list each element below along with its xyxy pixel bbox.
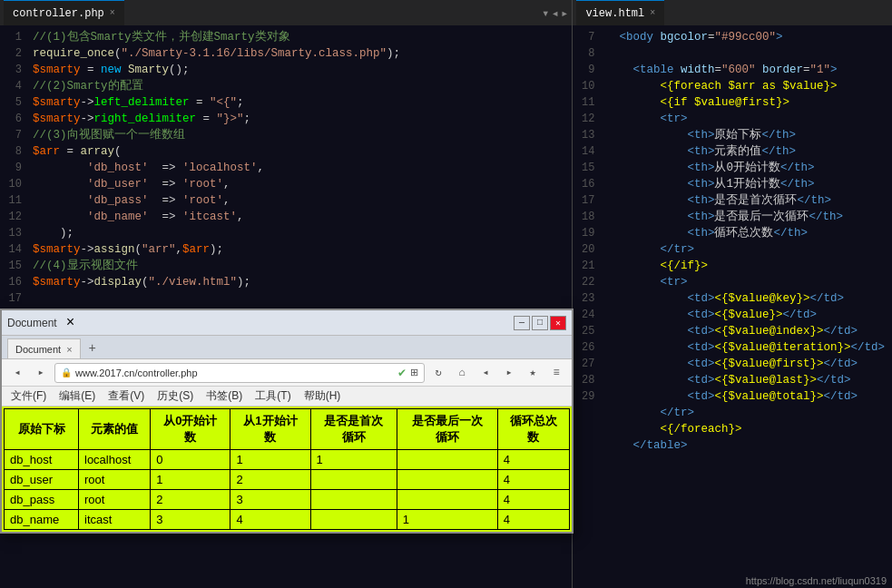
table-cell: 3 [230,490,310,510]
right-tab-close[interactable]: × [650,8,655,18]
browser-page-tab[interactable]: Document × [7,338,81,358]
menu-bookmarks[interactable]: 书签(B) [201,387,248,407]
browser-tab-bar: Document × + [2,336,572,359]
tab-scroll-arrows[interactable]: ▾ ◂ ▸ [542,5,568,21]
right-tab-view[interactable]: view.html × [576,0,664,25]
table-cell [310,490,397,510]
table-cell [310,470,397,490]
bookmark-back-button[interactable]: ◂ [475,363,495,383]
table-cell: 2 [151,490,230,510]
right-line-numbers: 7891011 1213141516 1718192021 2223242526… [573,25,598,588]
col-key: 原始下标 [5,409,79,450]
table-cell: 0 [151,450,230,470]
arrow-right-icon[interactable]: ▸ [561,5,568,21]
table-cell: db_pass [5,490,79,510]
refresh-button[interactable]: ↻ [428,363,448,383]
table-row: db_userroot124 [5,470,570,490]
col-index: 从0开始计数 [151,409,230,450]
table-cell: 4 [497,510,569,530]
col-last: 是否最后一次循环 [397,409,497,450]
table-cell: 4 [497,470,569,490]
maximize-button[interactable]: □ [532,316,548,330]
browser-window-controls: — □ ✕ [514,316,566,330]
close-button[interactable]: ✕ [550,316,566,330]
table-cell: 1 [310,450,397,470]
url-text: www.2017.cn/controller.php [75,368,394,378]
col-total: 循环总次数 [497,409,569,450]
table-cell: root [79,490,151,510]
table-cell [310,510,397,530]
menu-tools[interactable]: 工具(T) [250,387,296,407]
table-cell: db_user [5,470,79,490]
table-cell: db_host [5,450,79,470]
left-tab-label: controller.php [13,7,104,20]
arrow-down-icon[interactable]: ▾ [542,5,549,21]
left-tab-controller[interactable]: controller.php × [4,0,124,25]
table-cell [397,490,497,510]
browser-window: Document × — □ ✕ Document × + ◂ ▸ 🔒 www.… [0,309,573,534]
browser-tab-label: Document [15,344,61,355]
table-cell [397,470,497,490]
menu-history[interactable]: 历史(S) [152,387,199,407]
right-pane: view.html × 7891011 1213141516 171819202… [573,0,892,588]
table-row: db_passroot234 [5,490,570,510]
table-cell: 1 [230,450,310,470]
table-row: db_hostlocalhost0114 [5,450,570,470]
address-bar[interactable]: 🔒 www.2017.cn/controller.php ✔ ⊞ [54,363,425,383]
right-code-content: <body bgcolor="#99cc00"> <table width="6… [598,25,892,588]
table-cell: 1 [151,470,230,490]
minimize-button[interactable]: — [514,316,530,330]
grid-icon: ⊞ [410,367,418,378]
table-cell: 4 [497,490,569,510]
starred-button[interactable]: ★ [523,363,543,383]
arrow-left-icon[interactable]: ◂ [552,5,559,21]
browser-titlebar: Document × — □ ✕ [2,310,572,336]
browser-menubar: 文件(F) 编辑(E) 查看(V) 历史(S) 书签(B) 工具(T) 帮助(H… [2,387,572,407]
lock-icon: 🔒 [61,368,72,377]
col-value: 元素的值 [79,409,151,450]
back-button[interactable]: ◂ [7,363,27,383]
menu-file[interactable]: 文件(F) [5,387,52,407]
table-cell: 4 [497,450,569,470]
home-button[interactable]: ⌂ [452,363,472,383]
table-row: db_nameitcast3414 [5,510,570,530]
right-tab-label: view.html [585,7,644,20]
table-cell: root [79,470,151,490]
browser-tab-close-icon[interactable]: × [66,344,72,355]
table-header-row: 原始下标 元素的值 从0开始计数 从1开始计数 是否是首次循环 是否最后一次循环… [5,409,570,450]
data-table-container: 原始下标 元素的值 从0开始计数 从1开始计数 是否是首次循环 是否最后一次循环… [2,407,572,532]
browser-toolbar: ◂ ▸ 🔒 www.2017.cn/controller.php ✔ ⊞ ↻ ⌂… [2,359,572,387]
left-tab-close[interactable]: × [110,8,115,18]
close-tab-btn[interactable]: × [66,315,75,331]
right-code-area: 7891011 1213141516 1718192021 2223242526… [573,25,892,588]
menu-help[interactable]: 帮助(H) [299,387,347,407]
bookmark-forward-button[interactable]: ▸ [499,363,519,383]
col-iteration: 从1开始计数 [230,409,310,450]
table-cell: localhost [79,450,151,470]
table-cell [397,450,497,470]
table-cell: 1 [397,510,497,530]
browser-title: Document [7,317,57,329]
menu-edit[interactable]: 编辑(E) [54,387,101,407]
data-table: 原始下标 元素的值 从0开始计数 从1开始计数 是否是首次循环 是否最后一次循环… [4,408,570,530]
forward-button[interactable]: ▸ [31,363,51,383]
watermark: https://blog.csdn.net/liuqun0319 [746,575,887,586]
left-tab-bar: controller.php × ▾ ◂ ▸ [0,0,572,25]
menu-view[interactable]: 查看(V) [103,387,150,407]
table-cell: db_name [5,510,79,530]
table-cell: 3 [151,510,230,530]
table-body: db_hostlocalhost0114db_userroot124db_pas… [5,450,570,530]
table-cell: itcast [79,510,151,530]
shield-icon: ✔ [397,367,407,379]
col-first: 是否是首次循环 [310,409,397,450]
table-cell: 4 [230,510,310,530]
menu-button[interactable]: ≡ [546,363,566,383]
right-tab-bar: view.html × [573,0,892,25]
new-tab-button[interactable]: + [83,338,103,358]
table-cell: 2 [230,470,310,490]
